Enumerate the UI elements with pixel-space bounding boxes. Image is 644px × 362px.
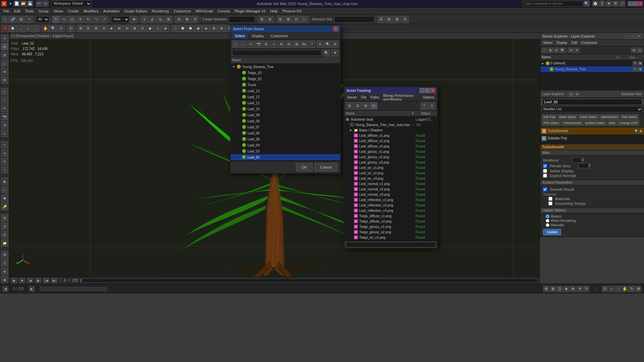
extra2-btn-12[interactable]: ◈ [162, 25, 169, 32]
create-sel-input[interactable] [228, 16, 255, 23]
turbo-smooth-btn[interactable]: TurboSmooth [561, 120, 583, 126]
info-btn[interactable]: ℹ [599, 1, 605, 7]
motion-panel-btn[interactable]: ▷ [1, 60, 8, 67]
asset-item-leaf-glossy-v2-png[interactable]: MLeaf_glossy_v2.pngFound [344, 154, 437, 160]
select-ok-btn[interactable]: OK [296, 163, 313, 171]
extra2-btn-11[interactable]: ◇ [154, 25, 161, 32]
asset-item-leaf-glossy-v1-png[interactable]: MLeaf_glossy_v1.pngFound [344, 149, 437, 154]
ts-header[interactable]: TurboSmooth [540, 144, 644, 150]
vp-pan-btn[interactable]: ✋ [622, 286, 628, 292]
scene-item-banana-tree[interactable]: Young_Banana_Tree 👁 ▣ [540, 66, 644, 72]
extra2-btn-15[interactable]: ⬣ [187, 25, 194, 32]
align-btn[interactable]: ⊠ [183, 16, 191, 23]
menu-corona[interactable]: Corona [216, 8, 232, 14]
create-panel-btn[interactable]: ✦ [1, 35, 8, 42]
play-btn[interactable]: ▶ [11, 278, 17, 283]
layer-manager-btn[interactable]: ☰ [1, 231, 8, 238]
mod-ts-bulb[interactable]: 💡 [634, 129, 638, 133]
asset-menu-options[interactable]: Options [422, 95, 436, 100]
asset-item-leaf-ior-v2-png[interactable]: MLeaf_ior_v2.pngFound [344, 170, 437, 176]
sel-shape-btn[interactable]: ○ [240, 41, 247, 48]
tree-vis-icon[interactable]: 👁 [633, 67, 637, 72]
select-tree-item-trunk[interactable]: Trunk [231, 82, 340, 88]
mesh-select-btn[interactable]: Mesh Select [558, 114, 578, 120]
extra2-btn-18[interactable]: ⊕ [210, 25, 217, 32]
se-minimize-btn[interactable]: − [625, 34, 630, 39]
layer-vis-icon[interactable]: 👁 [633, 61, 637, 66]
first-frame-btn[interactable]: |◀ [44, 278, 49, 283]
sel-search-icon[interactable]: 🔍 [324, 41, 331, 48]
asset-item-leaf-glossy-v3-png[interactable]: MLeaf_glossy_v3.pngFound [344, 160, 437, 165]
se-extra2-btn[interactable]: ⊡ [637, 48, 643, 53]
mat-editor-btn[interactable]: ◉ [1, 178, 8, 185]
extra2-btn-10[interactable]: ◆ [146, 25, 154, 32]
asset-max-btn[interactable]: □ [425, 88, 430, 93]
extra2-btn-19[interactable]: ⊗ [218, 25, 225, 32]
extra2-btn-16[interactable]: ◉ [195, 25, 202, 32]
select-search-input[interactable] [232, 50, 321, 56]
menu-rendering[interactable]: Rendering [150, 8, 171, 14]
hierarchy-panel-btn[interactable]: ⊞ [1, 51, 8, 59]
se-find-btn[interactable]: 🔍 [560, 48, 565, 53]
status-btn1[interactable]: ⊞ [543, 286, 549, 292]
menu-modifiers[interactable]: Modifiers [82, 8, 101, 14]
sel-invert-btn[interactable]: ⊠ [293, 41, 300, 48]
menu-phoenix[interactable]: Phoenix FD [280, 8, 304, 14]
help-search[interactable] [523, 1, 583, 7]
sub-obj-element-btn[interactable]: ⬛ [32, 25, 40, 32]
sel-clear-btn[interactable]: ✕ [317, 41, 324, 48]
asset-close-btn[interactable]: ✕ [430, 88, 435, 93]
mod-editable-poly[interactable]: E Editable Poly [540, 135, 644, 142]
ts-update-btn[interactable]: Update [543, 229, 561, 235]
asset-item-twigs-glossy-v2-png[interactable]: MTwigs_glossy_v2.pngFound [344, 229, 437, 235]
asset-item-leaf-reflection-v2-png[interactable]: MLeaf_reflection_v2.pngFound [344, 202, 437, 208]
menu-plugin-manager[interactable]: Plugin Manager v3 [232, 8, 267, 14]
menu-animation[interactable]: Animation [101, 8, 122, 14]
ts-main-toggle[interactable]: Main [540, 150, 644, 156]
select-tree-item-leaf_04[interactable]: Leaf_04 [231, 142, 340, 148]
asset-vault-btn[interactable]: ⊞ [346, 102, 353, 110]
extra-btn-3[interactable]: ⊠ [393, 16, 401, 23]
asset-item-twigs-diffuse-v1-png[interactable]: MTwigs_diffuse_v1.pngFound [344, 213, 437, 219]
edit-poly-btn[interactable]: Edit Poly [542, 114, 557, 120]
mod-turbosmooth[interactable]: T TurboSmooth 💡 🔒 [540, 127, 644, 135]
asset-item-leaf-normal-v1-png[interactable]: MLeaf_normal_v1.pngFound [344, 181, 437, 186]
select-tree-item-young_banana_tree[interactable]: ▼Young_Banana_Tree [231, 64, 340, 70]
vp-zoom-btn[interactable]: 🔍 [50, 25, 57, 32]
display-panel-btn[interactable]: 👁 [1, 68, 8, 75]
se-menu-customize[interactable]: Customize [580, 41, 598, 45]
se-delete-btn[interactable]: 🗑 [548, 48, 553, 53]
le-btn1[interactable]: ⊞ [569, 92, 574, 97]
tree-rend-icon[interactable]: ▣ [638, 67, 643, 72]
workspace-select[interactable]: Workspace: Default [51, 0, 92, 7]
select-tree-item-leaf_07[interactable]: Leaf_07 [231, 124, 340, 130]
spacewarps-btn[interactable]: ∿ [1, 130, 8, 137]
menu-maxscript[interactable]: MAXScript [194, 8, 215, 14]
ts-smoothing-check[interactable] [548, 201, 552, 205]
vp-pan-btn[interactable]: ✋ [42, 25, 49, 32]
vp-zoom-out-btn[interactable]: − [615, 286, 621, 292]
slate-mat-btn[interactable]: ⊠ [1, 251, 8, 258]
select-object-btn[interactable]: ⬡ [1, 16, 9, 23]
asset-item-leaf-diffuse-v3-png[interactable]: MLeaf_diffuse_v3.pngFound [344, 143, 437, 149]
vp-maximize-btn[interactable]: ⊡ [67, 25, 74, 32]
ts-always-radio[interactable] [546, 215, 549, 218]
ts-render-iters-check[interactable] [543, 164, 547, 168]
compact-mat-btn[interactable]: ⊡ [1, 259, 8, 266]
spline-select-btn[interactable]: SplineSelect [599, 114, 620, 120]
menu-help[interactable]: Help [268, 8, 280, 14]
select-cancel-btn[interactable]: Cancel [315, 163, 337, 171]
schematic-view-btn[interactable]: ⊞ [277, 16, 284, 23]
extra2-btn-6[interactable]: ⊞ [115, 25, 123, 32]
redo-btn[interactable]: ↪ [43, 1, 49, 7]
se-extra1-btn[interactable]: ⊠ [631, 48, 637, 53]
last-frame-btn[interactable]: ▶| [52, 278, 57, 283]
extra2-btn-1[interactable]: ⊞ [77, 25, 84, 32]
snap-toggle-btn[interactable]: 3 [141, 16, 148, 23]
percent-snap-btn[interactable]: % [157, 16, 164, 23]
shapes-btn[interactable]: ○ [1, 96, 8, 104]
ref-coord-select[interactable]: View [111, 16, 129, 23]
select-obj-btn[interactable]: ↖ [1, 141, 8, 148]
extra-tool-2[interactable]: ◆ [1, 276, 8, 283]
use-pivot-btn[interactable]: ⊕ [130, 16, 138, 23]
